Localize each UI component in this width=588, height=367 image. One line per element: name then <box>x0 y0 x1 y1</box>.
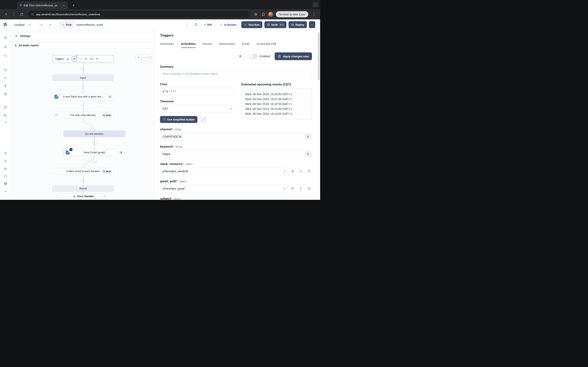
fit-view-button[interactable] <box>148 55 153 60</box>
websocket-icon[interactable] <box>84 57 87 61</box>
static-inputs-row[interactable]: $ All Static Inputs <box>12 42 154 49</box>
browser-menu-button[interactable]: ⋮ <box>311 11 317 17</box>
sidebar-apps-button[interactable] <box>3 181 8 186</box>
add-resource-button[interactable] <box>298 168 304 174</box>
path-input[interactable] <box>74 21 111 28</box>
sidebar-settings-button[interactable] <box>3 158 8 164</box>
gmail-auth-input[interactable] <box>160 185 287 192</box>
clear-resource-icon[interactable]: × <box>284 187 285 190</box>
sidebar-variables-button[interactable] <box>3 83 8 89</box>
timezone-input[interactable] <box>160 105 234 112</box>
insert-step-button[interactable]: + <box>81 85 85 88</box>
node-action-button[interactable] <box>98 99 103 103</box>
slack-step-node[interactable]: TS A new Slack post with a given wor... … <box>52 93 114 100</box>
tab-websockets[interactable]: Websockets <box>219 42 235 48</box>
cron-input[interactable] <box>160 88 234 95</box>
refresh-resource-button[interactable] <box>306 168 312 174</box>
deploy-dropdown-button[interactable] <box>309 21 315 28</box>
routes-icon[interactable] <box>79 57 82 61</box>
collect-node[interactable]: Collect result of each iteration b_loop <box>52 168 114 175</box>
edit-resource-button[interactable] <box>290 185 296 192</box>
tutorials-button[interactable] <box>192 21 199 28</box>
site-settings-icon[interactable] <box>31 13 34 16</box>
simplified-builder-button[interactable]: Use simplified builder <box>160 116 198 123</box>
tab-routes[interactable]: Routes <box>203 42 212 48</box>
resize-handle-icon[interactable] <box>310 155 311 157</box>
undo-button[interactable] <box>38 21 45 28</box>
keyword-input[interactable] <box>160 150 312 158</box>
tab-schedules[interactable]: Schedules <box>181 42 196 48</box>
insert-step-button[interactable]: + <box>81 104 85 107</box>
windmill-logo[interactable] <box>3 22 8 27</box>
result-node[interactable]: Result <box>52 185 114 192</box>
url-text[interactable]: app.windmill.dev/flows/edit/u/henri/effe… <box>36 13 100 16</box>
add-error-handler-button[interactable]: + <box>103 194 107 198</box>
sidebar-folders-button[interactable] <box>3 173 8 179</box>
sidebar-runs-play-button[interactable] <box>3 75 8 81</box>
profile-avatar[interactable] <box>268 12 273 17</box>
forward-button[interactable] <box>11 11 17 17</box>
tab-scheduled-poll[interactable]: Scheduled Poll <box>256 42 276 48</box>
webhook-icon[interactable] <box>66 57 70 61</box>
schedule-trigger-button[interactable]: 1 <box>72 57 77 61</box>
extensions-button[interactable] <box>260 11 267 17</box>
sidebar-expand-button[interactable] <box>3 189 8 194</box>
sidebar-workspace-button[interactable] <box>3 166 8 171</box>
sidebar-search-button[interactable] <box>3 53 8 58</box>
insert-step-button[interactable]: + <box>81 178 85 182</box>
sidebar-user-button[interactable] <box>3 151 8 156</box>
iteration-node[interactable]: Do one iteration <box>63 131 125 137</box>
edit-resource-button[interactable] <box>290 168 296 174</box>
zoom-in-button[interactable]: + <box>136 55 141 60</box>
tab-close-icon[interactable]: × <box>62 3 66 7</box>
scheduled-poll-icon[interactable] <box>95 57 99 61</box>
zoom-out-button[interactable]: − <box>142 55 147 60</box>
insert-step-button[interactable]: + <box>81 67 85 71</box>
tab-search-button[interactable] <box>312 2 319 7</box>
draft-button[interactable]: Draft ⌘S <box>264 21 286 28</box>
redo-button[interactable] <box>47 21 53 28</box>
clear-resource-icon[interactable]: × <box>284 170 285 173</box>
bookmark-button[interactable] <box>252 11 259 17</box>
ai-builder-button[interactable]: AI Builder <box>217 21 239 28</box>
forloop-node[interactable]: For loop (skip failures) b_loop <box>52 112 114 118</box>
edit-title-button[interactable] <box>26 21 33 28</box>
sidebar-schedules-button[interactable] <box>3 104 8 110</box>
back-button[interactable] <box>3 11 9 17</box>
chrome-update-button[interactable]: Terminer la mise à jour <box>276 11 309 17</box>
summary-input[interactable] <box>160 70 312 77</box>
email-step-node[interactable]: TS Send Email (gmail) b <box>63 149 125 156</box>
diff-button[interactable]: + Diff <box>201 21 215 28</box>
sidebar-flows-button[interactable] <box>3 112 8 118</box>
flow-settings-row[interactable]: Settings <box>12 33 154 39</box>
ai-cron-button[interactable] <box>200 116 207 123</box>
refresh-resource-button[interactable] <box>306 185 312 192</box>
resize-handle-icon[interactable] <box>310 138 311 140</box>
slack-resource-input[interactable] <box>160 167 287 175</box>
scrollbar-thumb[interactable] <box>318 32 320 80</box>
add-resource-button[interactable] <box>298 185 304 192</box>
deploy-button[interactable]: Deploy <box>288 21 307 28</box>
tab-webhooks[interactable]: Webhooks <box>160 42 174 48</box>
delete-schedule-button[interactable] <box>236 52 244 60</box>
triggers-node[interactable]: Triggers 1 <box>52 55 114 63</box>
apply-changes-button[interactable]: Apply changes now <box>275 52 312 60</box>
sidebar-home-button[interactable] <box>3 67 8 72</box>
email-trigger-icon[interactable] <box>90 57 93 61</box>
test-flow-button[interactable]: Test flow <box>241 21 262 28</box>
flow-menu-button[interactable]: ⋮ <box>184 21 190 28</box>
new-tab-button[interactable]: + <box>71 2 76 8</box>
sidebar-favorites-button[interactable] <box>3 44 8 49</box>
sidebar-resources-button[interactable] <box>3 91 8 97</box>
insert-step-button[interactable]: + <box>93 160 96 163</box>
input-node[interactable]: Input <box>52 75 114 81</box>
sidebar-add-button[interactable] <box>3 119 8 125</box>
address-bar[interactable]: app.windmill.dev/flows/edit/u/henri/effe… <box>28 11 249 18</box>
clear-timezone-icon[interactable]: × <box>230 107 232 110</box>
browser-tab[interactable]: Edit Flow u/henri/effective_un × <box>17 2 68 9</box>
channel-input[interactable] <box>160 133 312 140</box>
enabled-toggle[interactable] <box>249 54 258 59</box>
sidebar-runs-button[interactable] <box>3 35 8 40</box>
insert-step-button[interactable]: + <box>93 141 96 145</box>
reload-button[interactable] <box>18 11 25 17</box>
